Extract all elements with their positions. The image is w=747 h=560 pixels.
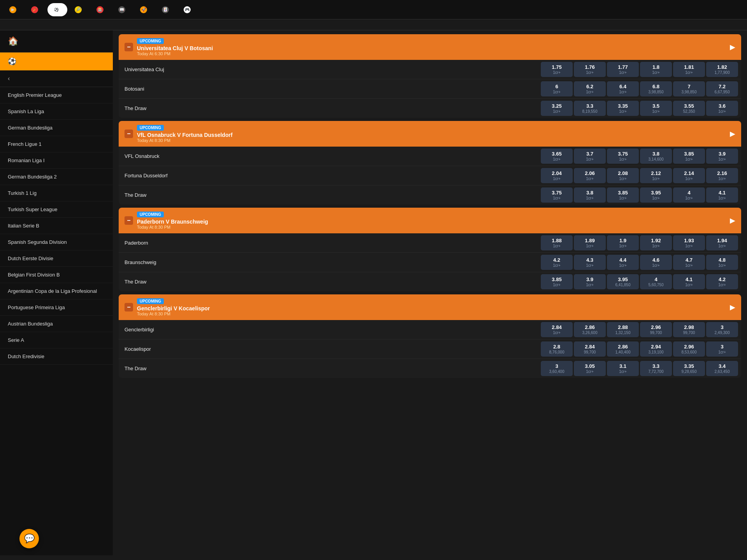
odds-cell[interactable]: 2.12 1cr+ [640, 168, 672, 183]
odds-cell[interactable]: 6.8 3,98,850 [640, 81, 672, 96]
odds-cell[interactable]: 4.6 1cr+ [640, 255, 672, 270]
sidebar-league-item[interactable]: English Premier League [0, 87, 113, 103]
odds-cell[interactable]: 2.84 99,700 [574, 341, 606, 357]
sidebar-league-item[interactable]: Spanish La Liga [0, 103, 113, 120]
odds-cell[interactable]: 6.4 1cr+ [607, 81, 639, 96]
odds-cell[interactable]: 3 2,49,300 [706, 322, 738, 337]
odds-cell[interactable]: 2.88 1,32,150 [607, 322, 639, 337]
odds-cell[interactable]: 4.2 1cr+ [541, 255, 573, 270]
sidebar-previous[interactable]: ‹ [0, 70, 113, 87]
odds-cell[interactable]: 3.3 8,19,550 [574, 101, 606, 116]
sidebar-league-item[interactable]: Italian Serie B [0, 218, 113, 234]
odds-cell[interactable]: 3.3 7,72,700 [640, 361, 672, 376]
match-header[interactable]: − UPCOMING Genclerbirligi V Kocaelispor … [119, 294, 741, 320]
odds-cell[interactable]: 2.96 8,53,600 [673, 341, 705, 357]
odds-cell[interactable]: 2.86 3,26,600 [574, 322, 606, 337]
expand-icon[interactable]: ▶ [730, 216, 735, 225]
odds-cell[interactable]: 1.82 1,77,900 [706, 62, 738, 77]
odds-cell[interactable]: 3.05 1cr+ [574, 361, 606, 376]
nav-cricket[interactable]: 🏏 [26, 3, 46, 16]
odds-cell[interactable]: 1.76 1cr+ [574, 62, 606, 77]
odds-cell[interactable]: 3.55 52,350 [673, 101, 705, 116]
sidebar-league-item[interactable]: French Ligue 1 [0, 136, 113, 152]
odds-cell[interactable]: 1.81 1cr+ [673, 62, 705, 77]
sidebar-league-item[interactable]: Portuguese Primeira Liga [0, 299, 113, 316]
odds-cell[interactable]: 3.95 1cr+ [640, 187, 672, 203]
odds-cell[interactable]: 1.89 1cr+ [574, 235, 606, 250]
odds-cell[interactable]: 2.8 8,76,000 [541, 341, 573, 357]
odds-cell[interactable]: 4.4 1cr+ [607, 255, 639, 270]
match-header[interactable]: − UPCOMING Paderborn V Braunschweig Toda… [119, 208, 741, 233]
match-header[interactable]: − UPCOMING Universitatea Cluj V Botosani… [119, 34, 741, 60]
odds-cell[interactable]: 3.25 1cr+ [541, 101, 573, 116]
odds-cell[interactable]: 1.93 1cr+ [673, 235, 705, 250]
odds-cell[interactable]: 1.8 1cr+ [640, 62, 672, 77]
odds-cell[interactable]: 3.1 1cr+ [607, 361, 639, 376]
odds-cell[interactable]: 3.75 1cr+ [607, 149, 639, 164]
nav-soccer[interactable]: ⚽ [47, 3, 67, 16]
odds-cell[interactable]: 2.08 1cr+ [607, 168, 639, 183]
sidebar-league-item[interactable]: Turkish 1 Lig [0, 185, 113, 201]
odds-cell[interactable]: 4.3 1cr+ [574, 255, 606, 270]
odds-cell[interactable]: 3.35 1cr+ [607, 101, 639, 116]
odds-cell[interactable]: 4.1 1cr+ [673, 274, 705, 289]
odds-cell[interactable]: 2.14 1cr+ [673, 168, 705, 183]
odds-cell[interactable]: 3 1cr+ [706, 341, 738, 357]
expand-icon[interactable]: ▶ [730, 303, 735, 312]
odds-cell[interactable]: 2.86 1,40,400 [607, 341, 639, 357]
sidebar-league-item[interactable]: Dutch Eerste Divisie [0, 250, 113, 267]
odds-cell[interactable]: 3.9 1cr+ [574, 274, 606, 289]
odds-cell[interactable]: 3.7 1cr+ [574, 149, 606, 164]
sidebar-league-item[interactable]: Romanian Liga I [0, 152, 113, 169]
odds-cell[interactable]: 4.7 1cr+ [673, 255, 705, 270]
chat-button[interactable]: 💬 [19, 529, 39, 548]
sidebar-league-item[interactable]: Belgian First Division B [0, 267, 113, 283]
odds-cell[interactable]: 4 1cr+ [673, 187, 705, 203]
odds-cell[interactable]: 2.16 1cr+ [706, 168, 738, 183]
nav-live-card[interactable]: 🃏 [156, 3, 176, 16]
sidebar-league-item[interactable]: German Bundesliga 2 [0, 169, 113, 185]
nav-sportsbook[interactable]: 📖 [113, 3, 133, 16]
sidebar-league-item[interactable]: Argentinian Copa de la Liga Profesional [0, 283, 113, 299]
odds-cell[interactable]: 3.4 2,63,450 [706, 361, 738, 376]
nav-inplay[interactable]: ▶ [4, 3, 24, 16]
odds-cell[interactable]: 3.75 1cr+ [541, 187, 573, 203]
odds-cell[interactable]: 3.8 3,14,600 [640, 149, 672, 164]
sidebar-league-item[interactable]: German Bundesliga [0, 120, 113, 136]
odds-cell[interactable]: 1.77 1cr+ [607, 62, 639, 77]
odds-cell[interactable]: 2.96 99,700 [640, 322, 672, 337]
match-header[interactable]: − UPCOMING VfL Osnabruck V Fortuna Dusse… [119, 121, 741, 147]
nav-tennis[interactable]: 🎾 [69, 3, 89, 16]
nav-crash-games[interactable]: 🚀 [135, 3, 154, 16]
odds-cell[interactable]: 3.8 1cr+ [574, 187, 606, 203]
odds-cell[interactable]: 4.1 1cr+ [706, 187, 738, 203]
odds-cell[interactable]: 2.94 3,19,100 [640, 341, 672, 357]
odds-cell[interactable]: 3.9 1cr+ [706, 149, 738, 164]
sidebar-league-item[interactable]: Turkish Super League [0, 201, 113, 218]
sidebar-league-item[interactable]: Serie A [0, 332, 113, 348]
odds-cell[interactable]: 4.2 1cr+ [706, 274, 738, 289]
odds-cell[interactable]: 1.9 1cr+ [607, 235, 639, 250]
odds-cell[interactable]: 7 3,98,850 [673, 81, 705, 96]
odds-cell[interactable]: 3 3,60,400 [541, 361, 573, 376]
odds-cell[interactable]: 2.04 1cr+ [541, 168, 573, 183]
sidebar-league-item[interactable]: Spanish Segunda Division [0, 234, 113, 250]
expand-icon[interactable]: ▶ [730, 43, 735, 51]
nav-slot-games[interactable]: 🎮 [178, 3, 198, 16]
odds-cell[interactable]: 3.35 9,28,650 [673, 361, 705, 376]
odds-cell[interactable]: 3.65 1cr+ [541, 149, 573, 164]
odds-cell[interactable]: 4 5,60,750 [640, 274, 672, 289]
expand-icon[interactable]: ▶ [730, 130, 735, 138]
odds-cell[interactable]: 1.92 1cr+ [640, 235, 672, 250]
odds-cell[interactable]: 6.2 1cr+ [574, 81, 606, 96]
odds-cell[interactable]: 2.06 1cr+ [574, 168, 606, 183]
sidebar-soccer-item[interactable]: ⚽ [0, 52, 113, 70]
odds-cell[interactable]: 3.85 1cr+ [541, 274, 573, 289]
collapse-button[interactable]: − [124, 130, 133, 138]
collapse-button[interactable]: − [124, 43, 133, 51]
odds-cell[interactable]: 3.85 1cr+ [673, 149, 705, 164]
odds-cell[interactable]: 3.6 1cr+ [706, 101, 738, 116]
odds-cell[interactable]: 6 1cr+ [541, 81, 573, 96]
sidebar-league-item[interactable]: Dutch Eredivisie [0, 348, 113, 365]
odds-cell[interactable]: 1.75 1cr+ [541, 62, 573, 77]
